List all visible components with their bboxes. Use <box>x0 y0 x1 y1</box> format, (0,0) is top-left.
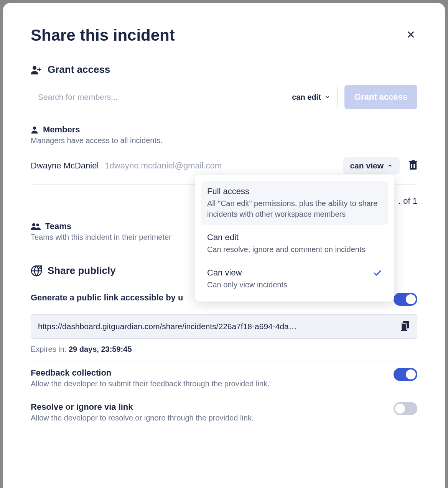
svg-point-13 <box>36 224 39 226</box>
globe-share-icon <box>31 265 42 277</box>
permission-option-title: Can view <box>207 268 382 278</box>
members-heading: Members <box>31 125 417 135</box>
feedback-toggle[interactable] <box>394 368 417 381</box>
permission-select-label: can edit <box>292 93 321 102</box>
permission-option-title: Can edit <box>207 232 382 242</box>
copy-icon <box>401 321 410 331</box>
member-email: 1dwayne.mcdaniel@gmail.com <box>105 161 222 171</box>
resolve-toggle[interactable] <box>394 402 417 415</box>
close-button[interactable] <box>404 28 417 43</box>
close-icon <box>406 30 416 40</box>
chevron-down-icon <box>325 94 330 100</box>
check-icon <box>373 269 382 279</box>
share-incident-modal: Share this incident Grant access can edi… <box>3 3 445 488</box>
permission-select[interactable]: can edit <box>287 93 330 102</box>
svg-rect-17 <box>402 324 406 330</box>
grant-access-row: can edit Grant access <box>31 85 417 109</box>
svg-rect-4 <box>37 69 41 70</box>
svg-rect-8 <box>412 160 415 162</box>
permission-option-description: Can resolve, ignore and comment on incid… <box>207 244 382 255</box>
expires-value: 29 days, 23:59:45 <box>69 345 132 353</box>
svg-point-12 <box>32 223 35 226</box>
person-icon <box>31 126 38 134</box>
resolve-row: Resolve or ignore via link Allow the dev… <box>31 395 417 429</box>
feedback-row: Feedback collection Allow the developer … <box>31 361 417 395</box>
expires-prefix: Expires in: <box>31 345 69 353</box>
feedback-title: Feedback collection <box>31 368 270 378</box>
chevron-up-icon <box>387 163 393 168</box>
permission-option-title: Full access <box>207 186 382 196</box>
svg-rect-10 <box>413 164 413 168</box>
toggle-knob <box>406 369 416 379</box>
members-description: Managers have access to all incidents. <box>31 136 417 145</box>
people-icon <box>31 223 41 230</box>
svg-point-5 <box>33 127 36 130</box>
delete-member-button[interactable] <box>409 160 417 171</box>
svg-rect-9 <box>411 164 412 168</box>
trash-icon <box>409 160 417 170</box>
modal-header: Share this incident <box>31 26 417 45</box>
toggle-knob <box>406 294 416 304</box>
grant-access-heading: Grant access <box>31 64 417 76</box>
search-members-box: can edit <box>31 85 338 109</box>
svg-point-2 <box>33 66 36 70</box>
permission-option-description: Can only view incidents <box>207 279 382 290</box>
copy-link-button[interactable] <box>401 321 410 332</box>
permission-option-full-access[interactable]: Full access All "Can edit" permissions, … <box>201 181 388 225</box>
search-members-input[interactable] <box>38 92 287 102</box>
grant-access-button[interactable]: Grant access <box>344 85 417 109</box>
member-permission-select[interactable]: can view <box>343 157 400 174</box>
members-label: Members <box>43 125 80 135</box>
toggle-knob <box>395 404 405 414</box>
share-publicly-label: Share publicly <box>48 265 116 277</box>
permission-option-can-edit[interactable]: Can edit Can resolve, ignore and comment… <box>201 227 388 260</box>
resolve-title: Resolve or ignore via link <box>31 402 254 412</box>
permission-option-description: All "Can edit" permissions, plus the abi… <box>207 198 382 219</box>
teams-label: Teams <box>45 221 71 231</box>
grant-access-label: Grant access <box>48 64 110 76</box>
member-name: Dwayne McDaniel <box>31 161 99 171</box>
svg-rect-11 <box>414 164 415 168</box>
person-add-icon <box>31 65 42 74</box>
resolve-description: Allow the developer to resolve or ignore… <box>31 414 254 422</box>
modal-title: Share this incident <box>31 26 175 45</box>
expires-text: Expires in: 29 days, 23:59:45 <box>31 345 417 354</box>
public-link-box: https://dashboard.gitguardian.com/share/… <box>31 314 417 339</box>
permission-option-can-view[interactable]: Can view Can only view incidents <box>201 262 388 295</box>
generate-link-toggle[interactable] <box>394 293 417 306</box>
public-link-text: https://dashboard.gitguardian.com/share/… <box>38 322 396 331</box>
feedback-description: Allow the developer to submit their feed… <box>31 379 270 388</box>
member-permission-label: can view <box>350 161 384 170</box>
generate-link-label: Generate a public link accessible by u <box>31 293 183 303</box>
permission-dropdown: Full access All "Can edit" permissions, … <box>195 175 394 302</box>
